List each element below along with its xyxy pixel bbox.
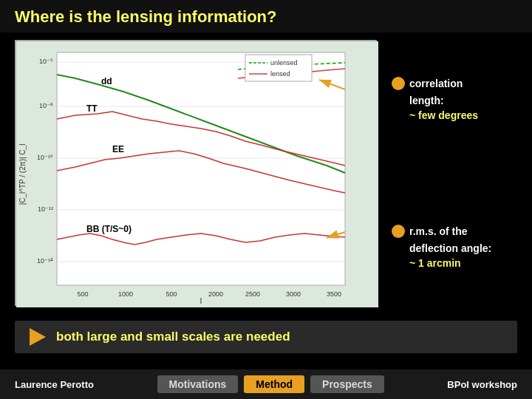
correlation-annotation: correlation length: ~ few degrees bbox=[392, 77, 517, 121]
y-axis-label: |C_l^TP / (2π)| C_l bbox=[18, 144, 27, 205]
chart-container: |C_l^TP / (2π)| C_l l 500 1000 500 2000 … bbox=[15, 40, 377, 306]
arrow-icon bbox=[30, 328, 46, 346]
bottom-nav: Laurence Perotto Motivations Method Pros… bbox=[0, 369, 532, 399]
nav-tabs: Motivations Method Prospects bbox=[157, 375, 384, 393]
main-content: |C_l^TP / (2π)| C_l l 500 1000 500 2000 … bbox=[0, 33, 532, 321]
title-bar: Where is the lensing information? bbox=[0, 0, 532, 33]
y-tick: 10⁻⁸ bbox=[39, 102, 53, 109]
tab-motivations[interactable]: Motivations bbox=[157, 375, 239, 393]
bb-label: BB (T/S~0) bbox=[86, 224, 132, 234]
correlation-label1: correlation bbox=[409, 78, 463, 89]
correlation-dot bbox=[392, 77, 405, 90]
correlation-label2: length: bbox=[392, 95, 517, 106]
message-text: both large and small scales are needed bbox=[56, 330, 290, 344]
x-tick: 2000 bbox=[208, 290, 223, 298]
ee-label: EE bbox=[112, 144, 124, 154]
deflection-value: ~ 1 arcmin bbox=[392, 257, 517, 269]
dd-label: dd bbox=[101, 76, 112, 86]
x-tick: 500 bbox=[77, 290, 88, 298]
tab-prospects[interactable]: Prospects bbox=[310, 375, 384, 393]
deflection-dot bbox=[392, 225, 405, 238]
right-annotations: correlation length: ~ few degrees r.m.s.… bbox=[392, 40, 517, 313]
x-tick: 3500 bbox=[327, 290, 341, 298]
tab-method[interactable]: Method bbox=[244, 375, 304, 393]
deflection-label2: deflection angle: bbox=[392, 242, 517, 254]
tt-label: TT bbox=[86, 103, 98, 114]
deflection-label1: r.m.s. of the bbox=[409, 225, 468, 237]
y-tick: 10⁻¹² bbox=[38, 205, 53, 213]
legend-unlensed: unlensed bbox=[270, 59, 298, 66]
x-tick: 2500 bbox=[245, 290, 260, 298]
svg-rect-2 bbox=[57, 52, 345, 285]
presenter-name: Laurence Perotto bbox=[15, 379, 94, 390]
legend-lensed: lensed bbox=[270, 70, 290, 78]
x-tick: 3000 bbox=[286, 290, 301, 298]
page-title: Where is the lensing information? bbox=[15, 7, 517, 27]
y-tick: 10⁻¹⁴ bbox=[37, 257, 53, 265]
message-bar: both large and small scales are needed bbox=[15, 321, 517, 353]
y-tick: 10⁻⁵ bbox=[39, 58, 53, 65]
x-tick: 1000 bbox=[118, 290, 133, 298]
workshop-label: BPol workshop bbox=[447, 379, 517, 390]
correlation-value: ~ few degrees bbox=[392, 109, 517, 121]
x-tick: 500 bbox=[166, 290, 177, 298]
deflection-annotation: r.m.s. of the deflection angle: ~ 1 arcm… bbox=[392, 225, 517, 269]
x-axis-label: l bbox=[200, 296, 202, 305]
y-tick: 10⁻¹⁰ bbox=[37, 154, 53, 161]
